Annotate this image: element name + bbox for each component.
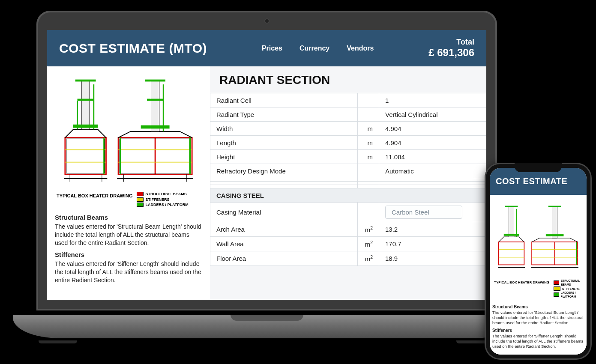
help-text: Structural Beams The values entered for … bbox=[55, 214, 202, 284]
svg-rect-9 bbox=[78, 99, 94, 101]
value-cell[interactable]: 11.084 bbox=[379, 150, 486, 164]
nav-vendors[interactable]: Vendors bbox=[347, 45, 374, 52]
app-body: TYPICAL BOX HEATER DRAWING STRUCTURAL BE… bbox=[47, 66, 486, 300]
nav-prices[interactable]: Prices bbox=[262, 45, 282, 52]
total-label: Total bbox=[428, 38, 474, 47]
phone-notch bbox=[515, 163, 562, 172]
legend-beams: STRUCTURAL BEAMS bbox=[145, 191, 186, 197]
casing-material-select[interactable]: Carbon Steel bbox=[385, 206, 462, 219]
page-title: COST ESTIMATE (MTO) bbox=[59, 41, 207, 56]
laptop-camera bbox=[265, 19, 269, 23]
value-cell[interactable]: 4.904 bbox=[379, 122, 486, 136]
table-row: Widthm4.904 bbox=[210, 122, 486, 136]
heater-drawing-mobile bbox=[492, 197, 584, 279]
drawing-legend: STRUCTURAL BEAMS STIFFENERS LADDERS / PL… bbox=[137, 191, 188, 208]
app-header: COST ESTIMATE (MTO) Prices Currency Vend… bbox=[47, 30, 486, 66]
svg-rect-43 bbox=[548, 206, 561, 207]
value-cell[interactable]: Automatic bbox=[379, 164, 486, 178]
svg-rect-1 bbox=[66, 139, 105, 173]
table-row: Floor Aream218.9 bbox=[210, 251, 486, 266]
svg-rect-44 bbox=[546, 234, 564, 236]
value-cell[interactable]: 170.7 bbox=[379, 237, 486, 251]
svg-rect-7 bbox=[81, 81, 90, 130]
table-row: Casing Material Carbon Steel bbox=[210, 203, 486, 222]
table-row: Heightm11.084 bbox=[210, 150, 486, 164]
svg-rect-22 bbox=[151, 81, 159, 131]
laptop-screen: COST ESTIMATE (MTO) Prices Currency Vend… bbox=[47, 30, 486, 300]
svg-rect-24 bbox=[147, 99, 163, 101]
section-title: RADIANT SECTION bbox=[210, 71, 486, 93]
table-row: Wall Aream2170.7 bbox=[210, 237, 486, 251]
radiant-table: Radiant Cell1 Radiant TypeVertical Cylin… bbox=[210, 93, 486, 266]
svg-rect-8 bbox=[75, 80, 96, 82]
cost-estimate-app-mobile: COST ESTIMATE bbox=[490, 168, 587, 355]
cost-estimate-app: COST ESTIMATE (MTO) Prices Currency Vend… bbox=[47, 30, 486, 300]
table-row: Refractory Design ModeAutomatic bbox=[210, 164, 486, 178]
svg-rect-34 bbox=[505, 206, 518, 207]
left-pane: TYPICAL BOX HEATER DRAWING STRUCTURAL BE… bbox=[47, 66, 210, 300]
table-row: Lengthm4.904 bbox=[210, 136, 486, 150]
value-cell[interactable]: 1 bbox=[379, 93, 486, 107]
svg-rect-25 bbox=[141, 125, 170, 129]
value-cell[interactable]: 4.904 bbox=[379, 136, 486, 150]
value-cell[interactable]: 18.9 bbox=[379, 251, 486, 266]
svg-rect-42 bbox=[552, 206, 557, 238]
total-block: Total £ 691,306 bbox=[428, 38, 474, 59]
heater-drawing-svg bbox=[492, 197, 584, 279]
drawing-legend: STRUCTURAL BEAMS STIFFENERS LADDERS / PL… bbox=[554, 279, 584, 298]
casing-subhead: CASING STEEL bbox=[210, 188, 486, 203]
phone-frame: COST ESTIMATE bbox=[485, 163, 592, 360]
help-text: Structural Beams The values entered for … bbox=[492, 304, 584, 349]
table-row: Radiant Cell1 bbox=[210, 93, 486, 107]
heater-drawing bbox=[55, 72, 202, 191]
total-value: £ 691,306 bbox=[428, 47, 474, 59]
help-beams-title: Structural Beams bbox=[55, 214, 202, 221]
phone-screen: COST ESTIMATE bbox=[490, 168, 587, 355]
laptop-trackpad-notch bbox=[231, 315, 303, 321]
svg-rect-23 bbox=[145, 80, 165, 82]
drawing-caption: TYPICAL BOX HEATER DRAWING bbox=[494, 280, 549, 284]
svg-rect-33 bbox=[509, 206, 514, 237]
help-stiff-title: Stiffeners bbox=[55, 251, 202, 258]
value-cell[interactable]: Vertical Cylindrical bbox=[379, 107, 486, 122]
svg-rect-29 bbox=[499, 242, 524, 265]
drawing-caption: TYPICAL BOX HEATER DRAWING bbox=[57, 193, 132, 198]
heater-drawing-svg bbox=[55, 72, 202, 191]
table-row: Arch Aream213.2 bbox=[210, 222, 486, 237]
svg-rect-0 bbox=[65, 137, 106, 174]
swatch-beams bbox=[137, 192, 144, 196]
swatch-stiffeners bbox=[137, 197, 144, 202]
help-beams-text: The values entered for 'Structural Beam … bbox=[55, 223, 202, 247]
nav-currency[interactable]: Currency bbox=[299, 45, 329, 52]
legend-stiffeners: STIFFENERS bbox=[145, 197, 169, 203]
laptop-frame: COST ESTIMATE (MTO) Prices Currency Vend… bbox=[36, 11, 497, 336]
value-cell[interactable]: 13.2 bbox=[379, 222, 486, 237]
help-stiff-text: The values entered for 'Siffener Length'… bbox=[55, 260, 202, 284]
swatch-ladders bbox=[137, 203, 144, 207]
page-title-mobile: COST ESTIMATE bbox=[496, 176, 567, 186]
laptop-base bbox=[13, 315, 521, 338]
laptop-lid: COST ESTIMATE (MTO) Prices Currency Vend… bbox=[36, 11, 497, 310]
table-row: Radiant TypeVertical Cylindrical bbox=[210, 107, 486, 122]
legend-ladders: LADDERS / PLATFORM bbox=[145, 202, 188, 208]
right-pane: RADIANT SECTION Radiant Cell1 Radiant Ty… bbox=[210, 66, 486, 300]
